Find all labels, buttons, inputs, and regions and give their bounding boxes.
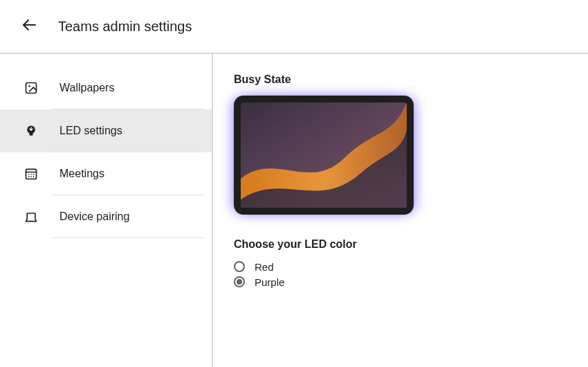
sidebar-item-device-pairing[interactable]: Device pairing [0,195,212,238]
svg-point-9 [30,174,32,175]
page-title: Teams admin settings [58,19,192,35]
sidebar-item-label: Wallpapers [59,82,114,94]
svg-point-10 [33,174,35,175]
svg-point-8 [28,174,30,175]
led-color-option-purple[interactable]: Purple [234,274,588,289]
arrow-left-icon [21,17,37,36]
sidebar: Wallpapers LED settings [0,54,213,367]
svg-point-11 [28,176,30,177]
radio-label: Purple [255,276,284,288]
svg-point-2 [28,85,30,87]
body: Wallpapers LED settings [0,54,588,367]
svg-rect-4 [30,133,33,135]
divider [51,238,203,238]
sidebar-item-label: Meetings [59,168,104,180]
sidebar-item-meetings[interactable]: Meetings [0,152,212,195]
radio-icon [234,276,245,287]
calendar-icon [24,166,39,181]
radio-icon [234,261,245,272]
sidebar-item-label: Device pairing [59,211,129,223]
svg-point-13 [33,176,35,177]
choose-led-color-title: Choose your LED color [234,238,588,251]
sidebar-item-label: LED settings [59,125,122,137]
main-content: Busy State [213,54,588,367]
busy-state-title: Busy State [234,73,588,86]
device-preview [234,96,414,215]
svg-point-12 [30,176,32,177]
device-screen [241,102,407,208]
header: Teams admin settings [0,0,588,54]
radio-label: Red [255,261,274,273]
back-button[interactable] [19,17,39,36]
sidebar-item-led-settings[interactable]: LED settings [0,109,212,152]
image-icon [24,80,39,96]
device-icon [24,209,39,224]
sidebar-item-wallpapers[interactable]: Wallpapers [0,66,212,109]
lightbulb-icon [24,123,39,138]
led-color-option-red[interactable]: Red [234,259,588,274]
